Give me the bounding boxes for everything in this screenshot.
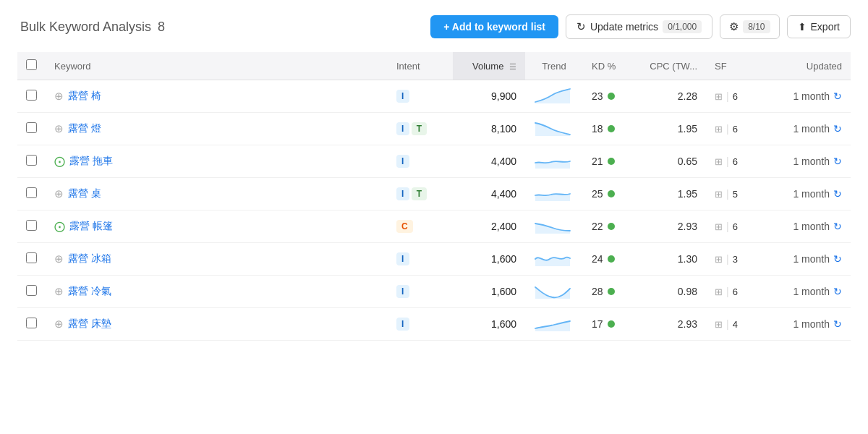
keyword-cell: ⨀ 露營 帳篷 — [46, 210, 388, 243]
row-checkbox-cell — [17, 276, 46, 308]
row-checkbox-5[interactable] — [26, 220, 37, 231]
updated-value-container: 1 month ↻ — [773, 221, 842, 232]
keyword-link[interactable]: ⊕ 露營 冰箱 — [54, 252, 379, 265]
row-refresh-icon[interactable]: ↻ — [833, 221, 842, 232]
intent-cell: I — [388, 276, 453, 308]
kd-number: 24 — [592, 253, 603, 265]
intent-cell: I T — [388, 178, 453, 210]
keyword-link[interactable]: ⨀ 露營 拖車 — [54, 155, 379, 168]
sf-divider: | — [726, 188, 729, 200]
keyword-link[interactable]: ⊕ 露營 桌 — [54, 187, 379, 200]
row-checkbox-8[interactable] — [26, 318, 37, 328]
row-checkbox-cell — [17, 243, 46, 276]
table-row: ⨀ 露營 拖車 I 4,400 21 0.65 ⊞ | — [17, 145, 851, 178]
volume-cell: 8,100 — [453, 113, 525, 145]
row-refresh-icon[interactable]: ↻ — [833, 123, 842, 135]
row-refresh-icon[interactable]: ↻ — [833, 286, 842, 297]
volume-value: 1,600 — [491, 318, 516, 330]
sf-number: 6 — [733, 91, 738, 102]
updated-text: 1 month — [793, 156, 830, 167]
sf-icon: ⊞ — [715, 221, 723, 232]
table-row: ⊕ 露營 冷氣 I 1,600 28 0.98 ⊞ | — [17, 276, 851, 308]
main-container: Bulk Keyword Analysis 8 + Add to keyword… — [0, 0, 868, 434]
volume-cell: 1,600 — [453, 308, 525, 341]
keyword-text: 露營 桌 — [68, 187, 101, 200]
sf-icon: ⊞ — [715, 91, 723, 102]
updated-cell: 1 month ↻ — [764, 276, 851, 308]
keyword-text: 露營 椅 — [68, 90, 101, 103]
updated-cell: 1 month ↻ — [764, 178, 851, 210]
keyword-text: 露營 拖車 — [69, 155, 113, 168]
volume-value: 4,400 — [491, 156, 516, 167]
col-header-updated: Updated — [764, 52, 851, 80]
row-checkbox-6[interactable] — [26, 252, 37, 263]
keyword-link[interactable]: ⊕ 露營 燈 — [54, 122, 379, 135]
intent-badges: I — [396, 285, 409, 298]
updated-cell: 1 month ↻ — [764, 80, 851, 113]
kd-value-container: 24 — [592, 253, 632, 265]
intent-badge-t: T — [412, 187, 427, 200]
col-header-intent: Intent — [388, 52, 453, 80]
export-button[interactable]: ⬆ Export — [787, 15, 851, 38]
keyword-link[interactable]: ⊕ 露營 床墊 — [54, 318, 379, 331]
kd-number: 28 — [592, 286, 603, 297]
kd-cell: 21 — [583, 145, 641, 178]
cpc-cell: 1.95 — [641, 178, 706, 210]
trend-cell — [525, 145, 583, 178]
keyword-cell: ⊕ 露營 燈 — [46, 113, 388, 145]
volume-cell: 4,400 — [453, 178, 525, 210]
add-to-keyword-list-button[interactable]: + Add to keyword list — [430, 15, 558, 38]
keyword-text: 露營 冰箱 — [68, 252, 111, 265]
cpc-value: 1.30 — [678, 253, 697, 265]
row-refresh-icon[interactable]: ↻ — [833, 90, 842, 102]
trend-cell — [525, 243, 583, 276]
row-refresh-icon[interactable]: ↻ — [833, 253, 842, 265]
keyword-link[interactable]: ⊕ 露營 冷氣 — [54, 285, 379, 298]
kd-number: 17 — [592, 318, 603, 330]
update-label: Update metrics — [590, 21, 658, 33]
updated-cell: 1 month ↻ — [764, 210, 851, 243]
updated-text: 1 month — [793, 318, 830, 330]
row-checkbox-2[interactable] — [26, 122, 37, 133]
sf-cell: ⊞ | 4 — [706, 308, 764, 341]
row-refresh-icon[interactable]: ↻ — [833, 156, 842, 167]
keyword-link[interactable]: ⨀ 露營 帳篷 — [54, 220, 379, 233]
row-checkbox-3[interactable] — [26, 155, 37, 166]
row-checkbox-1[interactable] — [26, 90, 37, 101]
row-refresh-icon[interactable]: ↻ — [833, 318, 842, 330]
keyword-link[interactable]: ⊕ 露營 椅 — [54, 90, 379, 103]
volume-value: 1,600 — [491, 253, 516, 265]
row-checkbox-4[interactable] — [26, 187, 37, 198]
sort-icon: ☰ — [509, 62, 516, 71]
kd-dot — [608, 320, 615, 328]
col-header-volume[interactable]: Volume ☰ — [453, 52, 525, 80]
volume-cell: 1,600 — [453, 276, 525, 308]
updated-value-container: 1 month ↻ — [773, 253, 842, 265]
row-checkbox-7[interactable] — [26, 285, 37, 296]
intent-cell: I — [388, 145, 453, 178]
select-all-checkbox[interactable] — [26, 59, 37, 70]
row-refresh-icon[interactable]: ↻ — [833, 188, 842, 200]
updated-cell: 1 month ↻ — [764, 113, 851, 145]
sf-value-container: ⊞ | 3 — [715, 253, 755, 265]
kd-dot — [608, 190, 615, 197]
sf-divider: | — [726, 156, 729, 167]
col-header-trend: Trend — [525, 52, 583, 80]
kd-dot — [608, 158, 615, 165]
sf-value-container: ⊞ | 6 — [715, 123, 755, 135]
update-metrics-button[interactable]: ↻ Update metrics 0/1,000 — [566, 14, 712, 39]
settings-button[interactable]: ⚙ 8/10 — [720, 14, 779, 39]
volume-value: 1,600 — [491, 286, 516, 297]
kd-cell: 25 — [583, 178, 641, 210]
intent-badge-i: I — [396, 187, 409, 200]
keyword-text: 露營 帳篷 — [69, 220, 113, 233]
kd-number: 22 — [592, 221, 603, 232]
kd-dot — [608, 223, 615, 230]
row-checkbox-cell — [17, 113, 46, 145]
cpc-value: 2.28 — [678, 90, 697, 102]
volume-cell: 4,400 — [453, 145, 525, 178]
intent-badge-i: I — [396, 318, 409, 331]
table-header-row: Keyword Intent Volume ☰ Trend KD % CPC (… — [17, 52, 851, 80]
kd-value-container: 17 — [592, 318, 632, 330]
sf-number: 6 — [733, 286, 738, 297]
